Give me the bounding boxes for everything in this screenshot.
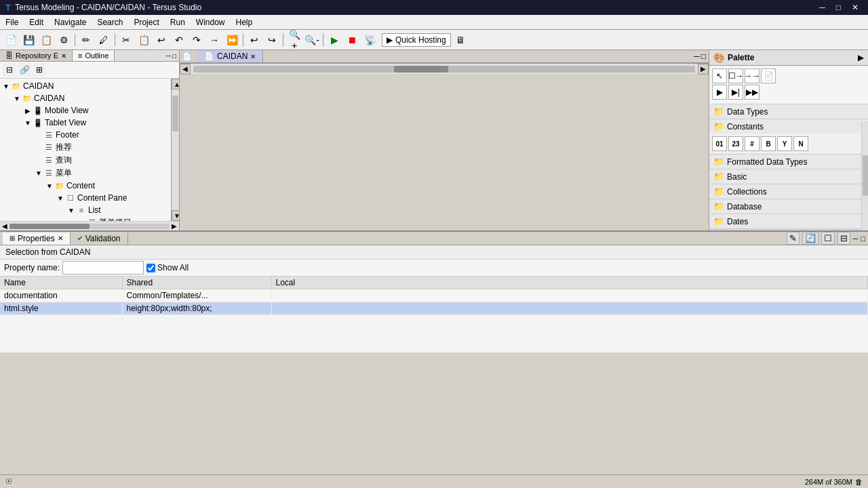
palette-scrollbar[interactable]: [861, 121, 868, 230]
toolbar-redo-btn[interactable]: ↷: [189, 32, 205, 48]
toolbar-new-btn[interactable]: 📄: [3, 32, 19, 48]
toolbar-save-btn[interactable]: 💾: [20, 32, 37, 48]
toolbar-undo-btn[interactable]: ↶: [171, 32, 187, 48]
palette-arrow-tool[interactable]: →→: [745, 68, 760, 83]
panel-min-btn[interactable]: ─: [166, 52, 171, 60]
palette-section-header-display-actions[interactable]: 📁 Display Actions: [709, 229, 868, 230]
tree-item-content-pane[interactable]: ▼ ☐ Content Pane: [1, 192, 170, 204]
palette-file-tool[interactable]: 📄: [761, 68, 776, 83]
expand-content-pane[interactable]: ▼: [56, 193, 65, 203]
quick-hosting-btn[interactable]: ▶ Quick Hosting: [382, 33, 451, 47]
canvas-hscroll[interactable]: ◀ ▶: [180, 63, 709, 74]
tree-item-tuijian[interactable]: ▶ ☰ 推荐: [1, 141, 170, 154]
bottom-toolbar-btn1[interactable]: ✎: [787, 232, 800, 245]
bottom-min-btn[interactable]: ─: [853, 235, 859, 243]
maximize-btn[interactable]: □: [832, 3, 845, 12]
expand-caidan[interactable]: ▼: [12, 94, 22, 103]
menu-project[interactable]: Project: [128, 16, 164, 28]
toolbar-stop-btn[interactable]: ⏹: [344, 32, 360, 48]
scroll-up-btn[interactable]: ▲: [172, 79, 179, 89]
menu-file[interactable]: File: [0, 16, 24, 28]
palette-section-header-data-types[interactable]: 📁 Data Types: [709, 104, 868, 119]
menu-navigate[interactable]: Navigate: [49, 16, 92, 28]
minimize-btn[interactable]: ─: [815, 3, 829, 12]
repo-filter-btn[interactable]: ⊞: [33, 63, 46, 77]
expand-mobile-view[interactable]: ▶: [23, 106, 33, 115]
editor-tab-caidan[interactable]: 📄 CAIDAN ✕: [197, 50, 263, 62]
scroll-down-btn[interactable]: ▼: [172, 210, 179, 221]
bottom-toolbar-btn2[interactable]: 🔄: [802, 232, 818, 245]
toolbar-btn14[interactable]: ↪: [264, 32, 280, 48]
const-icon-y[interactable]: Y: [777, 136, 792, 151]
expand-content[interactable]: ▼: [45, 181, 54, 190]
toolbar-btn12[interactable]: ⏩: [224, 32, 240, 48]
editor-max-btn[interactable]: □: [701, 52, 706, 61]
palette-expand-btn[interactable]: ▶: [858, 53, 864, 62]
toolbar-btn11[interactable]: →: [206, 32, 222, 48]
tree-scrollbar[interactable]: ▲ ▼: [171, 79, 179, 221]
expand-caidan-root[interactable]: ▼: [1, 81, 11, 91]
tree-scroll-right[interactable]: ▶: [170, 222, 179, 230]
bottom-toolbar-btn3[interactable]: ☐: [821, 232, 835, 245]
prop-row-html-style[interactable]: html.style height:80px;width:80px;: [0, 302, 868, 315]
tree-item-footer[interactable]: ▶ ☰ Footer: [1, 129, 170, 141]
toolbar-copy-btn[interactable]: 📋: [136, 32, 152, 48]
tree-item-chaxun[interactable]: ▶ ☰ 查询: [1, 154, 170, 167]
toolbar-btn13[interactable]: ↩: [246, 32, 262, 48]
editor-tab-close[interactable]: ✕: [250, 53, 256, 60]
repo-collapse-btn[interactable]: ⊟: [3, 63, 16, 77]
garbage-icon[interactable]: 🗑: [855, 478, 863, 486]
toolbar-btn3[interactable]: 📋: [38, 32, 54, 48]
repo-tab-repository[interactable]: 🗄 Repository E ✕: [0, 50, 73, 61]
tree-item-mobile-view[interactable]: ▶ 📱 Mobile View: [1, 104, 170, 117]
toolbar-cut-btn[interactable]: ✂: [118, 32, 134, 48]
toolbar-zoom-out-btn[interactable]: 🔍-: [304, 32, 320, 48]
bottom-tab-properties[interactable]: ⊞ Properties ✕: [3, 232, 71, 245]
palette-section-header-formatted[interactable]: 📁 Formatted Data Types: [709, 155, 868, 169]
repo-tab-close[interactable]: ✕: [61, 52, 66, 60]
palette-section-header-collections[interactable]: 📁 Collections: [709, 184, 868, 199]
const-icon-23[interactable]: 23: [728, 136, 743, 151]
prop-row-documentation[interactable]: documentation Common/Templates/...: [0, 289, 868, 302]
repo-tab-outline[interactable]: ≡ Outline: [73, 50, 115, 61]
bottom-tab-validation[interactable]: ✔ Validation: [71, 232, 128, 245]
hscroll-thumb[interactable]: [394, 66, 448, 73]
toolbar-run-btn[interactable]: ▶: [326, 32, 342, 48]
show-all-checkbox[interactable]: [146, 264, 155, 272]
close-btn[interactable]: ✕: [848, 3, 863, 12]
tree-item-menu-item[interactable]: ▼ ☰ 菜单项目: [1, 216, 170, 221]
bottom-max-btn[interactable]: □: [861, 235, 865, 243]
toolbar-btn5[interactable]: ✏: [78, 32, 94, 48]
toolbar-dock-btn[interactable]: 🖥: [452, 32, 469, 48]
properties-tab-close[interactable]: ✕: [58, 235, 63, 242]
toolbar-btn17[interactable]: 📡: [361, 32, 378, 48]
menu-window[interactable]: Window: [191, 16, 231, 28]
menu-run[interactable]: Run: [165, 16, 191, 28]
show-all-checkbox-label[interactable]: Show All: [146, 263, 189, 272]
menu-help[interactable]: Help: [231, 16, 258, 28]
tree-item-tablet-view[interactable]: ▼ 📱 Tablet View: [1, 117, 170, 129]
const-icon-n[interactable]: N: [793, 136, 808, 151]
palette-section-header-database[interactable]: 📁 Database: [709, 199, 868, 214]
palette-section-header-constants[interactable]: 📁 Constants: [709, 119, 868, 134]
tree-item-caidan[interactable]: ▼ 📁 CAIDAN: [1, 92, 170, 104]
canvas-hscroll-right[interactable]: ▶: [698, 64, 709, 75]
prop-name-input[interactable]: [62, 261, 144, 274]
expand-caidan2[interactable]: ▼: [34, 169, 43, 178]
tree-item-caidan2[interactable]: ▼ ☰ 菜单: [1, 167, 170, 180]
hscroll-track[interactable]: [193, 66, 695, 73]
const-icon-bool[interactable]: B: [761, 136, 776, 151]
toolbar-zoom-in-btn[interactable]: 🔍+: [286, 32, 302, 48]
palette-section-header-basic[interactable]: 📁 Basic: [709, 169, 868, 184]
tree-item-caidan-root[interactable]: ▼ 📁 CAIDAN: [1, 80, 170, 92]
menu-edit[interactable]: Edit: [24, 16, 49, 28]
tree-item-content[interactable]: ▼ 📁 Content: [1, 180, 170, 192]
toolbar-btn4[interactable]: ⚙: [56, 32, 72, 48]
bottom-toolbar-btn4[interactable]: ⊟: [837, 232, 850, 245]
repo-link-btn[interactable]: 🔗: [18, 63, 31, 77]
tree-scroll-left[interactable]: ◀: [0, 222, 9, 230]
palette-play-btn[interactable]: ▶: [712, 85, 727, 100]
canvas-area[interactable]: ☐ Left Menu □ ≡ 菜单项目 ⚙: [180, 63, 709, 230]
palette-select-tool[interactable]: ↖: [712, 68, 727, 83]
editor-min-btn[interactable]: ─: [694, 52, 700, 61]
